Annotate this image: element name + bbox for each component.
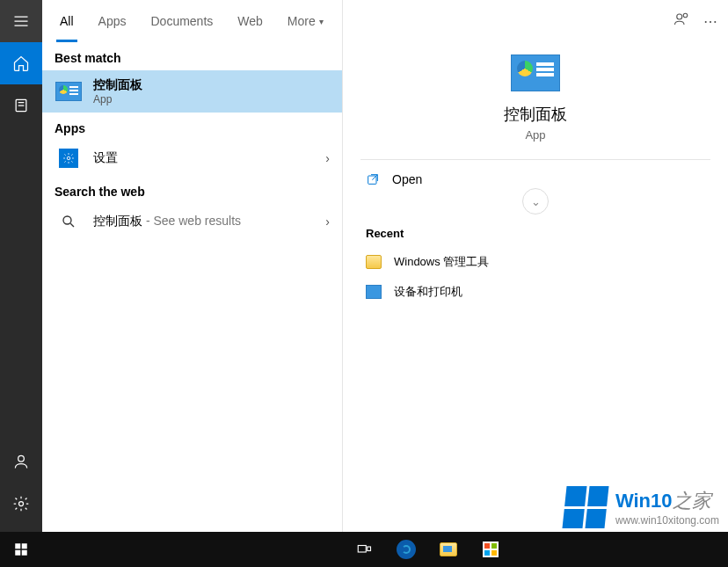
edge-icon (397, 540, 416, 559)
rail-menu-button[interactable] (0, 0, 42, 42)
svg-point-6 (677, 14, 682, 19)
svg-rect-9 (15, 543, 20, 549)
more-options-icon[interactable]: ⋯ (703, 13, 717, 30)
expand-button[interactable]: ⌄ (522, 188, 549, 214)
hero: 控制面板 App (360, 42, 710, 160)
tab-more-label: More (288, 14, 316, 28)
tab-documents[interactable]: Documents (140, 0, 223, 42)
detail-panel: ⋯ 控制面板 App Open ⌄ Recent Windows 管理工具 设备… (343, 0, 728, 567)
svg-point-4 (63, 216, 71, 224)
start-rail (0, 0, 42, 567)
chevron-right-icon: › (325, 214, 330, 229)
start-button[interactable] (0, 532, 42, 567)
svg-point-7 (683, 13, 688, 18)
taskbar-edge[interactable] (385, 532, 427, 567)
open-icon (366, 172, 380, 186)
tab-more[interactable]: More ▾ (277, 0, 334, 42)
svg-rect-10 (22, 543, 27, 549)
result-title: 控制面板 (93, 77, 142, 93)
hero-subtitle: App (525, 128, 545, 142)
taskbar-explorer[interactable] (427, 532, 470, 567)
watermark-brand: Win10之家 (615, 488, 719, 514)
section-search-web: Search the web (42, 176, 342, 204)
recent-item-devices-printers[interactable]: 设备和打印机 (343, 277, 728, 307)
web-suffix: - See web results (142, 214, 241, 228)
rail-recent-button[interactable] (0, 84, 42, 127)
section-best-match: Best match (42, 42, 342, 70)
svg-rect-12 (22, 550, 27, 556)
rail-settings-button[interactable] (0, 483, 42, 525)
result-control-panel[interactable]: 控制面板 App (42, 70, 342, 113)
tab-web[interactable]: Web (227, 0, 273, 42)
search-tabs: All Apps Documents Web More ▾ (42, 0, 342, 42)
recent-label: Windows 管理工具 (394, 254, 489, 270)
rail-user-button[interactable] (0, 440, 42, 483)
watermark-url: www.win10xitong.com (615, 514, 719, 527)
search-column: All Apps Documents Web More ▾ Best match… (42, 0, 343, 567)
result-settings[interactable]: 设置 › (42, 141, 342, 176)
settings-icon (55, 148, 83, 169)
chevron-down-icon: ▾ (319, 17, 324, 26)
task-view-button[interactable] (343, 532, 385, 567)
web-query: 控制面板 (93, 214, 142, 228)
chevron-down-icon: ⌄ (531, 195, 541, 208)
watermark: Win10之家 www.win10xitong.com (564, 486, 719, 528)
result-subtitle: App (93, 93, 142, 105)
taskbar (0, 532, 728, 567)
action-open-label: Open (392, 172, 422, 186)
recent-header: Recent (343, 222, 728, 247)
tab-all[interactable]: All (49, 0, 84, 42)
result-web-search[interactable]: 控制面板 - See web results › (42, 204, 342, 239)
section-apps: Apps (42, 113, 342, 141)
chevron-right-icon: › (325, 151, 330, 165)
rail-home-button[interactable] (0, 42, 42, 84)
svg-point-3 (67, 156, 70, 160)
recent-label: 设备和打印机 (394, 284, 462, 300)
search-icon (55, 211, 83, 232)
svg-point-1 (18, 455, 25, 462)
svg-rect-11 (15, 550, 20, 556)
svg-rect-14 (368, 547, 371, 551)
windows-logo-icon (562, 486, 608, 528)
svg-point-2 (19, 502, 24, 506)
folder-icon (366, 255, 382, 269)
result-title: 控制面板 - See web results (93, 214, 241, 229)
tab-apps[interactable]: Apps (88, 0, 137, 42)
svg-rect-13 (358, 546, 366, 553)
hero-title: 控制面板 (504, 104, 567, 125)
taskbar-store[interactable] (470, 532, 512, 567)
control-panel-icon (511, 55, 560, 91)
folder-icon (440, 542, 457, 556)
feedback-icon[interactable] (673, 11, 689, 31)
store-icon (483, 542, 499, 557)
result-title: 设置 (93, 150, 118, 166)
printer-icon (366, 285, 382, 299)
recent-item-admin-tools[interactable]: Windows 管理工具 (343, 247, 728, 277)
control-panel-icon (55, 81, 83, 102)
